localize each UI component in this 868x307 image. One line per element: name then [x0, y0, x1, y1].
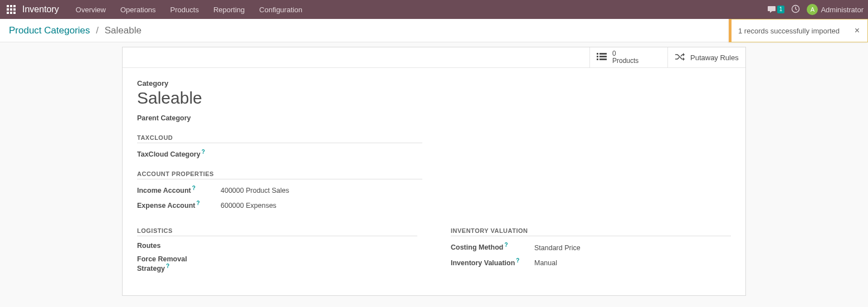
stat-button-products[interactable]: 0 Products	[589, 47, 667, 67]
stat-button-putaway[interactable]: Putaway Rules	[667, 47, 745, 67]
topbar-right: 1 A Administrator	[767, 4, 864, 15]
message-count-badge: 1	[777, 6, 785, 13]
breadcrumb-parent[interactable]: Product Categories	[9, 25, 90, 36]
help-icon[interactable]: ?	[192, 185, 196, 191]
svg-rect-12	[597, 56, 598, 57]
svg-rect-5	[13, 8, 16, 11]
section-title-logistics: LOGISTICS	[137, 227, 417, 236]
income-account-value: 400000 Product Sales	[221, 187, 289, 194]
import-success-toast: 1 records successfully imported ×	[729, 19, 868, 42]
nav-menu: Overview Operations Products Reporting C…	[70, 2, 308, 17]
svg-rect-2	[13, 5, 16, 7]
putaway-label: Putaway Rules	[690, 53, 739, 62]
nav-item-products[interactable]: Products	[165, 2, 204, 17]
svg-rect-3	[7, 8, 9, 11]
section-title-account: ACCOUNT PROPERTIES	[137, 170, 422, 179]
income-account-label: Income Account?	[137, 185, 221, 194]
control-panel: Product Categories / Saleable 1 records …	[0, 19, 868, 42]
toast-close-button[interactable]: ×	[852, 26, 862, 36]
toast-text: 1 records successfully imported	[738, 27, 840, 35]
expense-account-label: Expense Account?	[137, 200, 221, 209]
products-label: Products	[612, 57, 638, 65]
activity-button[interactable]	[791, 4, 800, 15]
top-navbar: Inventory Overview Operations Products R…	[0, 0, 868, 19]
help-icon[interactable]: ?	[202, 149, 205, 155]
help-icon[interactable]: ?	[516, 257, 519, 264]
messages-button[interactable]: 1	[767, 6, 785, 13]
chat-icon	[767, 6, 776, 13]
svg-rect-4	[10, 8, 12, 11]
category-field-label: Category	[137, 79, 731, 87]
section-taxcloud: TAXCLOUD TaxCloud Category?	[137, 134, 422, 158]
inventory-valuation-value: Manual	[534, 259, 557, 267]
apps-icon[interactable]	[7, 5, 16, 14]
svg-rect-14	[597, 59, 598, 60]
section-logistics: LOGISTICS Routes Force Removal Strategy?	[137, 215, 417, 278]
stat-button-row: 0 Products Putaway Rules	[123, 47, 745, 68]
costing-method-value: Standard Price	[534, 244, 581, 252]
svg-rect-15	[599, 59, 607, 60]
inventory-valuation-label: Inventory Valuation?	[451, 257, 534, 267]
section-account-properties: ACCOUNT PROPERTIES Income Account? 40000…	[137, 170, 422, 209]
svg-rect-8	[13, 12, 16, 14]
help-icon[interactable]: ?	[196, 200, 199, 206]
svg-rect-0	[7, 5, 9, 7]
breadcrumb-sep: /	[96, 25, 99, 36]
svg-rect-11	[599, 53, 607, 55]
expense-account-value: 600000 Expenses	[221, 202, 276, 209]
costing-method-label: Costing Method?	[451, 242, 534, 251]
view-area: 0 Products Putaway Rules Category Saleab…	[0, 42, 868, 307]
help-icon[interactable]: ?	[504, 242, 508, 248]
breadcrumb: Product Categories / Saleable	[9, 25, 142, 36]
parent-category-label: Parent Category	[137, 114, 731, 122]
svg-rect-10	[597, 53, 598, 55]
section-inventory-valuation: INVENTORY VALUATION Costing Method? Stan…	[451, 215, 731, 278]
nav-item-overview[interactable]: Overview	[70, 2, 111, 17]
breadcrumb-current: Saleable	[105, 25, 142, 36]
clock-icon	[791, 4, 800, 13]
avatar: A	[807, 4, 818, 15]
taxcloud-category-label: TaxCloud Category?	[137, 149, 221, 158]
app-title[interactable]: Inventory	[22, 4, 59, 14]
svg-rect-7	[10, 12, 12, 14]
form-sheet: 0 Products Putaway Rules Category Saleab…	[122, 47, 746, 296]
sheet-body: Category Saleable Parent Category TAXCLO…	[123, 68, 745, 295]
routes-label: Routes	[137, 242, 221, 250]
user-name: Administrator	[821, 6, 864, 14]
user-menu[interactable]: A Administrator	[807, 4, 864, 15]
help-icon[interactable]: ?	[166, 263, 169, 269]
section-title-taxcloud: TAXCLOUD	[137, 134, 422, 143]
bottom-columns: LOGISTICS Routes Force Removal Strategy?	[137, 215, 731, 278]
category-name-value: Saleable	[137, 89, 731, 108]
removal-strategy-label: Force Removal Strategy?	[137, 255, 221, 272]
nav-item-reporting[interactable]: Reporting	[208, 2, 250, 17]
nav-item-configuration[interactable]: Configuration	[253, 2, 308, 17]
nav-item-operations[interactable]: Operations	[115, 2, 162, 17]
shuffle-icon	[675, 53, 685, 62]
svg-rect-6	[7, 12, 9, 14]
svg-rect-1	[10, 5, 12, 7]
topbar-left: Inventory Overview Operations Products R…	[7, 2, 308, 17]
section-title-valuation: INVENTORY VALUATION	[451, 227, 731, 236]
svg-rect-13	[599, 56, 607, 57]
list-icon	[597, 53, 607, 62]
